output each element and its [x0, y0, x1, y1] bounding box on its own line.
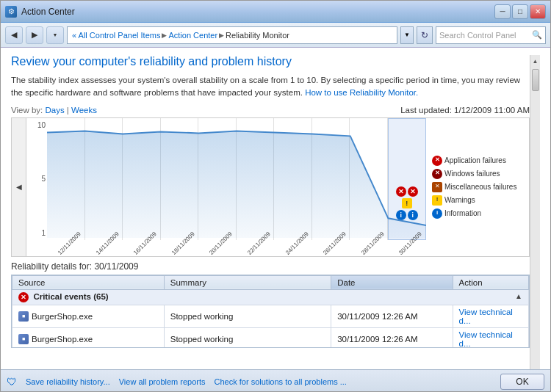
chart-main: 10 5 1 [26, 118, 426, 256]
check-solutions-link[interactable]: Check for solutions to all problems ... [215, 377, 347, 386]
maximize-button[interactable]: □ [512, 4, 528, 19]
col-summary[interactable]: Summary [164, 275, 331, 289]
search-icon[interactable]: 🔍 [532, 30, 542, 40]
refresh-button[interactable]: ↻ [417, 26, 433, 44]
row2-summary: Stopped working [164, 327, 331, 348]
row2-source: ■ BurgerShop.exe [12, 327, 165, 348]
title-bar: ⚙ Action Center ─ □ ✕ [1, 1, 550, 23]
search-placeholder: Search Control Panel [439, 31, 529, 40]
y-label-5: 5 [28, 175, 46, 183]
chart-col-3[interactable] [161, 118, 199, 240]
view-days-link[interactable]: Days [45, 106, 64, 115]
chart-col-2[interactable] [123, 118, 161, 240]
y-label-10: 10 [28, 121, 46, 129]
chart-col-6[interactable] [274, 118, 312, 240]
help-link[interactable]: How to use Reliability Monitor. [305, 88, 418, 97]
legend-misc-failures-label: Miscellaneous failures [444, 181, 516, 194]
row1-summary: Stopped working [164, 305, 331, 327]
group-error-icon: ✕ [18, 292, 29, 302]
chart-x-labels: 12/11/2009 14/11/2009 16/11/2009 18/11/2… [47, 240, 426, 256]
legend-win-failures-label: Windows failures [444, 167, 500, 181]
view-controls: View by: Days | Weeks Last updated: 1/12… [11, 106, 530, 115]
legend-app-failures: ✕ Application failures [432, 154, 523, 167]
description-text: The stability index assesses your system… [11, 76, 520, 97]
view-by: View by: Days | Weeks [11, 106, 97, 115]
app-icon-2: ■ [18, 334, 29, 344]
address-dropdown-button[interactable]: ▼ [400, 26, 414, 44]
table-scroll[interactable]: Source Summary Date Action ✕ Critical ev… [11, 275, 530, 348]
warning-icon: ! [402, 198, 412, 208]
bottom-spacer [11, 348, 530, 371]
description: The stability index assesses your system… [11, 74, 530, 100]
shield-icon: 🛡 [7, 376, 17, 388]
close-button[interactable]: ✕ [530, 4, 546, 19]
scroll-up-arrow[interactable]: ▲ [531, 57, 540, 66]
collapse-button[interactable]: ▲ [515, 292, 522, 300]
legend-warnings-label: Warnings [444, 194, 475, 207]
view-problem-reports-link[interactable]: View all problem reports [119, 377, 206, 386]
recent-pages-button[interactable]: ▼ [46, 26, 64, 44]
scrollbar[interactable]: ▲ ▼ [530, 55, 540, 392]
forward-button[interactable]: ▶ [26, 26, 43, 44]
main-content: Review your computer's reliability and p… [1, 48, 550, 392]
title-bar-controls: ─ □ ✕ [494, 4, 546, 19]
bottom-bar: 🛡 Save reliability history... View all p… [1, 369, 550, 392]
breadcrumb-action-center[interactable]: Action Center [168, 31, 217, 40]
chart-scroll-left[interactable]: ◀ [12, 118, 26, 256]
save-reliability-link[interactable]: Save reliability history... [26, 377, 110, 386]
last-updated: Last updated: 1/12/2009 11:00 AM [400, 106, 530, 115]
legend-warnings: ! Warnings [432, 194, 523, 207]
col-source[interactable]: Source [12, 275, 165, 289]
breadcrumb-arrow-1: ▶ [162, 32, 167, 39]
legend-misc-icon: ✕ [432, 182, 442, 192]
y-label-1: 1 [28, 229, 46, 237]
group-header-label: Critical events (65) [33, 292, 108, 301]
back-button[interactable]: ◀ [5, 26, 23, 44]
legend-error-icon: ✕ [432, 156, 442, 166]
legend-app-failures-label: Application failures [444, 154, 506, 167]
details-header: Reliability details for: 30/11/2009 [11, 261, 530, 272]
chart-legend: ✕ Application failures ✕ Windows failure… [426, 118, 529, 256]
view-by-label: View by: [11, 106, 45, 115]
legend-win-failures: ✕ Windows failures [432, 167, 523, 181]
breadcrumb-arrow-2: ▶ [219, 32, 224, 39]
chart-col-9[interactable]: ✕ ✕ ! i i [388, 118, 427, 240]
row1-source: ■ BurgerShop.exe [12, 305, 165, 327]
chart-columns: ✕ ✕ ! i i [47, 118, 426, 240]
legend-info-icon: i [432, 208, 442, 219]
col-date[interactable]: Date [331, 275, 453, 289]
legend-misc-failures: ✕ Miscellaneous failures [432, 181, 523, 194]
table-row: ■ BurgerShop.exe Stopped working 30/11/2… [12, 305, 529, 327]
window-icon: ⚙ [5, 6, 17, 18]
row2-action: View technical d... [453, 327, 528, 348]
minimize-button[interactable]: ─ [494, 4, 511, 19]
group-header-cell: ✕ Critical events (65) ▲ [12, 289, 529, 305]
chart-col-1[interactable] [85, 118, 123, 240]
breadcrumb-bar: « All Control Panel Items ▶ Action Cente… [67, 26, 397, 44]
chart-col-0[interactable] [47, 118, 85, 240]
page-title: Review your computer's reliability and p… [11, 55, 530, 68]
scroll-thumb[interactable] [532, 69, 539, 91]
chart-col-5[interactable] [237, 118, 275, 240]
breadcrumb-current: Reliability Monitor [226, 31, 289, 40]
table-header-row: Source Summary Date Action [12, 275, 529, 289]
row1-date: 30/11/2009 12:26 AM [331, 305, 453, 327]
row1-action-link[interactable]: View technical d... [459, 308, 513, 325]
chart-col-7[interactable] [312, 118, 350, 240]
title-bar-left: ⚙ Action Center [5, 6, 75, 18]
legend-warning-icon: ! [432, 195, 442, 206]
row2-action-link[interactable]: View technical d... [459, 330, 513, 348]
chart-col-8[interactable] [350, 118, 388, 240]
chart-container: ◀ 10 5 1 [11, 117, 530, 257]
page-body: Review your computer's reliability and p… [11, 55, 530, 392]
ok-button[interactable]: OK [500, 374, 544, 390]
col-action[interactable]: Action [453, 275, 528, 289]
view-weeks-link[interactable]: Weeks [71, 106, 97, 115]
scroll-track[interactable] [532, 66, 539, 383]
breadcrumb-control-panel[interactable]: « All Control Panel Items [72, 31, 160, 40]
row1-action: View technical d... [453, 305, 528, 327]
legend-information: i Information [432, 207, 523, 220]
info-icon-2: i [408, 210, 418, 220]
chart-col-4[interactable] [198, 118, 237, 240]
app-icon-1: ■ [18, 311, 29, 322]
